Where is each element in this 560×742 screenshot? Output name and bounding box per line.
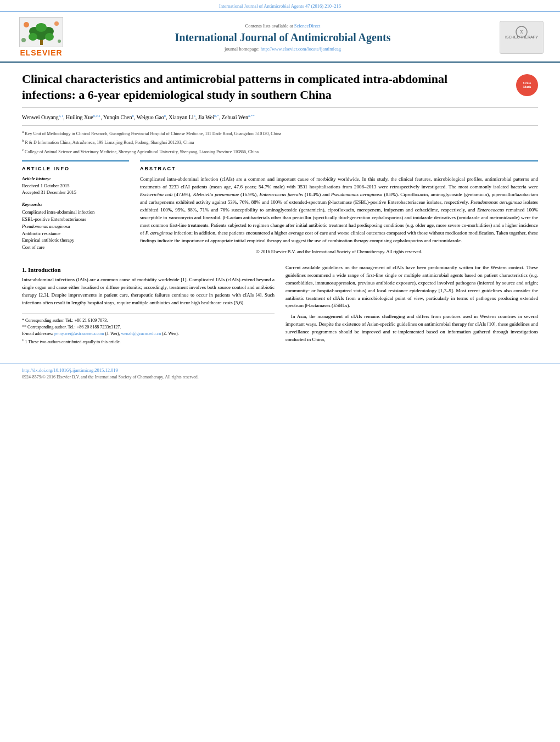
- elsevier-label-text: ELSEVIER: [20, 48, 62, 57]
- chemotherapy-logo-svg: ISCHEOTHERAPY X: [502, 22, 541, 52]
- journal-header: ELSEVIER Contents lists available at Sci…: [0, 12, 560, 63]
- article-title-section: Clinical characteristics and antimicrobi…: [22, 71, 538, 108]
- section-1-title: 1. Introduction: [22, 266, 275, 273]
- abstract-heading: ABSTRACT: [140, 166, 538, 171]
- footnotes-section: * Corresponding author. Tel.: +86 21 610…: [22, 314, 275, 345]
- journal-title-center: Contents lists available at ScienceDirec…: [66, 23, 500, 52]
- crossmark-text: CrossMark: [523, 81, 531, 88]
- author-jia: Jia Wei: [198, 115, 214, 121]
- svg-point-4: [36, 23, 47, 32]
- keyword-6: Cost of care: [22, 244, 129, 251]
- chemotherapy-logo: ISCHEOTHERAPY X: [500, 21, 544, 54]
- affil-c: c College of Animal Science and Veterina…: [22, 147, 538, 155]
- affil-b-text: R & D Information China, AstraZeneca, 19…: [25, 140, 194, 145]
- main-content: Clinical characteristics and antimicrobi…: [0, 63, 560, 358]
- issn-line: 0924-8579/© 2016 Elsevier B.V. and the I…: [22, 375, 538, 380]
- affil-b: b R & D Information China, AstraZeneca, …: [22, 138, 538, 146]
- intro-para-right-2: In Asia, the management of cIAIs remains…: [285, 313, 538, 344]
- intro-para-1: Intra-abdominal infections (IAIs) are a …: [22, 276, 275, 307]
- contents-label: Contents lists available at: [245, 23, 293, 29]
- doi-line: http://dx.doi.org/10.1016/j.ijantimicag.…: [22, 367, 538, 373]
- article-history-group: Article history: Received 1 October 2015…: [22, 176, 129, 196]
- authors-line: Wenwei Ouyanga,1, Huiling Xueb,c,1, Yunq…: [22, 113, 538, 121]
- page-wrapper: International Journal of Antimicrobial A…: [0, 0, 560, 742]
- footnote-email: E-mail addresses: jenny.wei@astrazeneca.…: [22, 331, 275, 337]
- footnote-star1: * Corresponding author. Tel.: +86 21 610…: [22, 317, 275, 324]
- elsevier-logo: ELSEVIER: [16, 17, 66, 57]
- body-right-column: Current available guidelines on the mana…: [285, 264, 538, 347]
- article-title: Clinical characteristics and antimicrobi…: [22, 71, 478, 103]
- journal-main-title: International Journal of Antimicrobial A…: [77, 31, 489, 44]
- svg-point-10: [21, 38, 26, 42]
- homepage-url[interactable]: http://www.elsevier.com/locate/ijantimic…: [261, 46, 341, 52]
- bottom-bar: http://dx.doi.org/10.1016/j.ijantimicag.…: [0, 364, 560, 382]
- affil-a: a Key Unit of Methodology in Clinical Re…: [22, 129, 538, 137]
- keyword-5: Empirical antibiotic therapy: [22, 237, 129, 244]
- svg-point-7: [24, 22, 29, 27]
- email1-person: (J. Wei),: [105, 331, 120, 336]
- contents-line: Contents lists available at ScienceDirec…: [77, 23, 489, 29]
- keyword-3: Pseudomonas aeruginosa: [22, 223, 129, 230]
- sciencedirect-link[interactable]: ScienceDirect: [294, 23, 321, 29]
- keywords-group: Keywords: Complicated intra-abdominal in…: [22, 202, 129, 251]
- history-label: Article history:: [22, 176, 129, 181]
- copyright-line: © 2016 Elsevier B.V. and the Internation…: [140, 248, 538, 255]
- svg-point-8: [54, 21, 59, 26]
- abstract-paragraph-1: Complicated intra-abdominal infection (c…: [140, 176, 538, 244]
- author-zehuai: Zehuai Wen: [222, 115, 248, 121]
- affil-c-text: College of Animal Science and Veterinary…: [25, 149, 259, 154]
- email2-link[interactable]: wenzh@gzucm.edu.cn: [121, 331, 162, 336]
- email2-person: (Z. Wen).: [162, 331, 179, 336]
- received-text: Received 1 October 2015: [22, 183, 129, 189]
- footnote-1-text: 1 These two authors contributed equally …: [25, 339, 121, 344]
- elsevier-tree-image: [19, 17, 63, 47]
- journal-homepage: journal homepage: http://www.elsevier.co…: [77, 46, 489, 52]
- email1-text: jenny.wei@astrazeneca.com: [54, 331, 104, 336]
- footnote-star2: ** Corresponding author. Tel.: +86 20 81…: [22, 324, 275, 331]
- section-title-text: Introduction: [28, 266, 61, 273]
- keyword-1: Complicated intra-abdominal infection: [22, 209, 129, 216]
- sciencedirect-text: ScienceDirect: [294, 23, 321, 29]
- abstract-column: ABSTRACT Complicated intra-abdominal inf…: [140, 160, 538, 256]
- svg-point-6: [45, 33, 54, 41]
- journal-reference-bar: International Journal of Antimicrobial A…: [0, 0, 560, 12]
- intro-para-right-1: Current available guidelines on the mana…: [285, 264, 538, 310]
- footnote-star1-text: * Corresponding author. Tel.: +86 21 610…: [22, 318, 108, 323]
- author-weiguo: Weiguo Gao: [137, 115, 164, 121]
- elsevier-tree-svg: [21, 19, 62, 46]
- homepage-label: journal homepage:: [225, 46, 260, 52]
- abstract-text: Complicated intra-abdominal infection (c…: [140, 176, 538, 255]
- body-text-right: Current available guidelines on the mana…: [285, 264, 538, 344]
- article-info-column: ARTICLE INFO Article history: Received 1…: [22, 160, 129, 256]
- crossmark-badge[interactable]: CrossMark: [516, 74, 538, 96]
- svg-text:X: X: [520, 30, 523, 35]
- keywords-label: Keywords:: [22, 202, 129, 207]
- keyword-4: Antibiotic resistance: [22, 230, 129, 237]
- author-huiling: Huiling Xue: [66, 115, 93, 121]
- author-yunqin: Yunqin Chen: [103, 115, 132, 121]
- journal-reference-text: International Journal of Antimicrobial A…: [219, 3, 341, 9]
- section-number: 1.: [22, 266, 28, 273]
- article-info-heading: ARTICLE INFO: [22, 166, 129, 171]
- email-label: E-mail addresses:: [22, 331, 53, 336]
- affiliations: a Key Unit of Methodology in Clinical Re…: [22, 125, 538, 155]
- body-section: 1. Introduction Intra-abdominal infectio…: [22, 264, 538, 347]
- email2-text: wenzh@gzucm.edu.cn: [121, 331, 161, 336]
- author-wenwei: Wenwei Ouyang: [22, 115, 59, 121]
- body-left-column: 1. Introduction Intra-abdominal infectio…: [22, 264, 275, 347]
- keyword-2: ESBL-positive Enterobacteriaceae: [22, 216, 129, 223]
- footnote-1: 1 1 These two authors contributed equall…: [22, 337, 275, 345]
- author-xiaoyan: Xiaoyan Li: [169, 115, 193, 121]
- doi-link[interactable]: http://dx.doi.org/10.1016/j.ijantimicag.…: [22, 367, 118, 373]
- article-info-abstract-section: ARTICLE INFO Article history: Received 1…: [22, 160, 538, 256]
- expected-word: expected: [418, 280, 436, 286]
- body-text-left: Intra-abdominal infections (IAIs) are a …: [22, 276, 275, 307]
- email1-link[interactable]: jenny.wei@astrazeneca.com: [54, 331, 105, 336]
- accepted-text: Accepted 31 December 2015: [22, 189, 129, 196]
- footnote-star2-text: ** Corresponding author. Tel.: +86 20 81…: [22, 325, 121, 330]
- svg-point-5: [29, 33, 37, 41]
- svg-point-9: [58, 40, 61, 43]
- affil-a-text: Key Unit of Methodology in Clinical Rese…: [25, 131, 281, 136]
